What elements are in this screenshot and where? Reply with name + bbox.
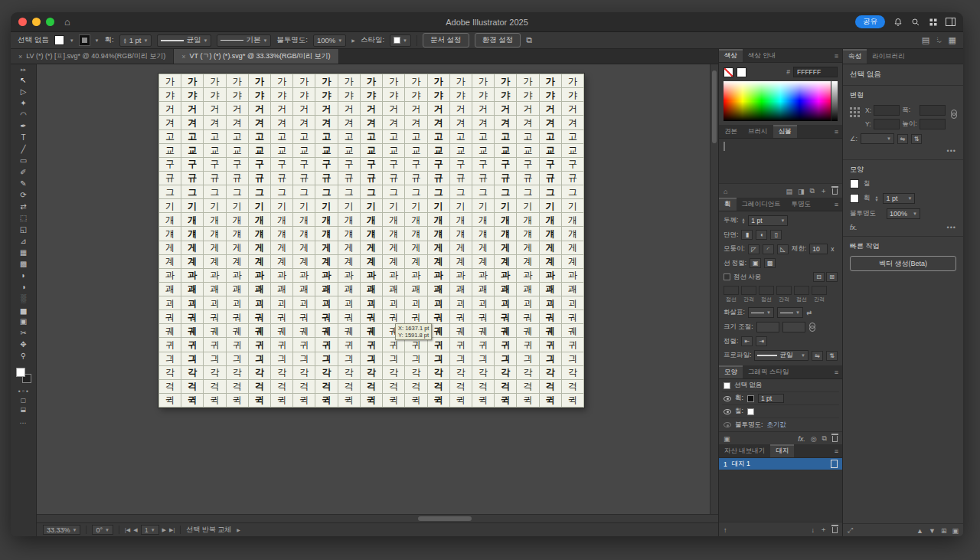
close-icon[interactable]: × (181, 53, 185, 61)
share-button[interactable]: 공유 (855, 15, 885, 28)
stroke-swatch[interactable] (850, 194, 859, 203)
zoom-select[interactable]: 33.33%▼ (43, 525, 80, 535)
gradient-tool[interactable]: ▩ (15, 258, 33, 270)
opacity-select[interactable]: 100% ▼ (313, 34, 346, 47)
screen-mode-icon[interactable]: ⬓ (21, 406, 27, 413)
weight-select[interactable]: 1 pt ▼ (748, 215, 788, 226)
arrow-align-tip-button[interactable]: ⇤ (741, 336, 753, 346)
tab-appearance[interactable]: 모양 (719, 365, 743, 378)
vertical-scrollbar[interactable] (710, 64, 718, 514)
tab-stroke[interactable]: 획 (719, 198, 737, 211)
hex-input[interactable]: FFFFFF (793, 67, 838, 77)
draw-mode-icon[interactable]: ▢ (21, 397, 27, 404)
lasso-tool[interactable]: ◠ (15, 109, 33, 120)
workspace-switcher-icon[interactable]: ⫶⌄ (936, 37, 941, 44)
artboard-page-icon[interactable] (831, 460, 838, 468)
x-input[interactable] (874, 105, 900, 116)
apps-grid-icon[interactable] (928, 17, 938, 27)
profile-select[interactable]: 균일 ▼ (754, 350, 808, 361)
new-symbol-icon[interactable]: ＋ (820, 186, 827, 196)
tab-properties[interactable]: 속성 (843, 49, 867, 64)
flip-across-icon[interactable]: ⇅ (826, 351, 838, 361)
tab-symbols[interactable]: 심볼 (773, 125, 797, 138)
appearance-fill-row[interactable]: 칠: (722, 405, 839, 418)
bevel-join-button[interactable]: ◺ (777, 244, 789, 254)
dash-field[interactable]: 간격 (741, 286, 756, 303)
horizontal-scrollbar[interactable] (37, 514, 718, 522)
panel-options-icon[interactable]: ▣ (952, 527, 959, 535)
duplicate-item-icon[interactable]: ⧉ (822, 434, 827, 443)
arrow-start-select[interactable]: ▼ (748, 307, 774, 318)
flip-horizontal-icon[interactable]: ⇋ (897, 134, 908, 144)
tab-asset-export[interactable]: 자산 내보내기 (719, 444, 770, 457)
selection-tool[interactable]: ↖ (15, 74, 33, 86)
hand-tool[interactable]: ✥ (15, 339, 33, 350)
tab-graphic-styles[interactable]: 그래픽 스타일 (743, 365, 794, 378)
color-spectrum[interactable] (724, 81, 838, 121)
stroke-color-swatch[interactable] (747, 395, 754, 402)
delete-symbol-icon[interactable] (832, 188, 838, 195)
vertical-scrollbar-thumb[interactable] (712, 70, 717, 143)
tab-gradient[interactable]: 그레이디언트 (737, 198, 786, 211)
symbol-swatch[interactable] (724, 142, 725, 151)
blend-tool[interactable]: ◑ (15, 281, 33, 293)
none-color-swatch[interactable] (724, 67, 733, 77)
paintbrush-tool[interactable]: ✐ (15, 166, 33, 178)
more-options-icon[interactable]: ••• (947, 224, 956, 231)
fill-stroke-indicator[interactable] (16, 368, 31, 383)
grayscale-ramp[interactable] (831, 81, 838, 121)
stepper-icon[interactable]: ▲▼ (123, 38, 127, 44)
width-input[interactable] (920, 105, 946, 116)
tab-color[interactable]: 색상 (719, 49, 743, 62)
brush-definition-select[interactable]: 기본 ▼ (217, 34, 271, 47)
break-link-icon[interactable]: ⧉ (810, 187, 815, 195)
document-arrangement-icon[interactable]: ▤ (922, 35, 929, 45)
projecting-cap-button[interactable]: ▯ (770, 230, 782, 240)
dock-up-icon[interactable]: ▲ (916, 527, 923, 535)
panel-menu-icon[interactable]: ≡ (835, 444, 842, 457)
current-color-swatch[interactable] (737, 67, 746, 77)
free-transform-tool[interactable]: ⬚ (15, 212, 33, 224)
first-artboard-icon[interactable]: |◀ (125, 527, 130, 533)
rotation-select[interactable]: 0°▼ (92, 525, 113, 535)
tab-libraries[interactable]: 라이브러리 (867, 49, 910, 64)
width-tool[interactable]: ⇄ (15, 201, 33, 212)
column-graph-tool[interactable]: ▅ (15, 304, 33, 316)
clear-appearance-icon[interactable]: ◎ (811, 435, 817, 443)
close-icon[interactable]: × (18, 53, 22, 61)
arrow-scale-start-input[interactable] (756, 322, 779, 332)
tab-swatches[interactable]: 견본 (719, 125, 743, 138)
panel-layout-icon[interactable] (946, 17, 956, 27)
arrange-documents-icon[interactable]: ⧉ (526, 35, 532, 45)
more-options-icon[interactable]: ••• (850, 147, 956, 155)
arrow-scale-end-input[interactable] (782, 322, 805, 332)
visibility-eye-icon[interactable] (724, 409, 731, 414)
visibility-eye-icon[interactable] (724, 396, 731, 401)
artboard-nav-select[interactable]: 1▼ (141, 525, 159, 535)
generate-vectors-button[interactable]: 벡터 생성(Beta) (850, 256, 956, 271)
artboard-list-item[interactable]: 1 대지 1 (719, 458, 842, 470)
eyedropper-tool[interactable]: ◗ (15, 270, 33, 281)
chevron-right-icon[interactable]: ▶ (237, 527, 240, 532)
delete-artboard-icon[interactable] (832, 527, 838, 533)
fill-color-swatch[interactable] (747, 408, 754, 415)
dock-down-icon[interactable]: ▼ (929, 527, 936, 535)
chevron-right-icon[interactable]: ▶ (351, 38, 355, 43)
dashed-line-checkbox[interactable] (724, 273, 730, 280)
stepper-icon[interactable]: ▲▼ (741, 218, 745, 224)
panel-menu-icon[interactable]: ≡ (835, 125, 842, 138)
line-segment-tool[interactable]: ╱ (15, 143, 33, 155)
horizontal-scrollbar-thumb[interactable] (418, 516, 472, 521)
artboard[interactable]: 가가가가가가가가가가가가가가가가가가가갸갸갸갸갸갸갸갸갸갸갸갸갸갸갸갸갸갸갸거거… (158, 74, 584, 408)
search-icon[interactable] (910, 17, 920, 27)
appearance-opacity-row[interactable]: 불투명도: 초기값 (722, 418, 839, 431)
symbol-list-icon[interactable]: ▤ (786, 188, 793, 195)
prev-artboard-icon[interactable]: ◀ (133, 527, 137, 533)
round-cap-button[interactable]: ◖ (756, 230, 767, 240)
document-setup-button[interactable]: 문서 설정 (423, 33, 469, 47)
dash-field[interactable]: 간격 (776, 286, 792, 303)
rectangle-tool[interactable]: ▭ (15, 155, 33, 166)
collapse-toolbar-icon[interactable]: ▸▸ (21, 67, 26, 73)
zoom-tool[interactable]: ⚲ (15, 350, 33, 362)
height-input[interactable] (920, 119, 946, 129)
